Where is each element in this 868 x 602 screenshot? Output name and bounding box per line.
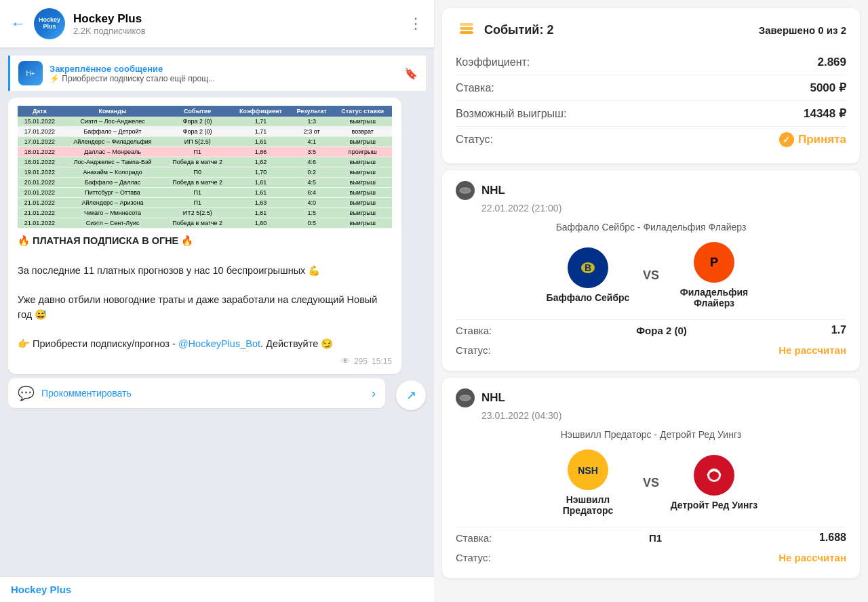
table-header-coeff: Коэффициент xyxy=(231,106,290,117)
table-row: 19.01.2022 Анахайм – Колорадо П0 1,70 0:… xyxy=(18,167,392,178)
match2-header: NHL xyxy=(456,388,846,407)
redwings-logo xyxy=(694,455,734,496)
table-row: 21.01.2022 Айлендерс – Аризона П1 1,63 4… xyxy=(18,198,392,208)
status-label: Статус: xyxy=(456,134,493,146)
puck-icon-1 xyxy=(456,181,475,200)
views-icon: 👁 xyxy=(341,356,350,366)
cell-result: 0:2 xyxy=(290,167,334,178)
menu-button[interactable]: ⋮ xyxy=(408,15,423,33)
match2-status-row: Статус: Не рассчитан xyxy=(456,548,846,567)
bottom-bar: Hockey Plus xyxy=(0,576,434,602)
cell-event: Победа в матче 2 xyxy=(163,218,231,228)
bet-details-panel: Событий: 2 Завершено 0 из 2 Коэффициент:… xyxy=(434,0,868,602)
pinned-subtitle: ⚡ Приобрести подписку стало ещё прощ... xyxy=(50,74,397,83)
cell-date: 21.01.2022 xyxy=(18,208,62,218)
message-para1: За последние 11 платных прогнозов у нас … xyxy=(18,264,392,279)
match1-teams-row: B Баффало Сейбрс VS P Филадельфия Флайер… xyxy=(456,242,846,308)
bot-link[interactable]: @HockeyPlus_Bot xyxy=(178,338,260,349)
match2-team2-name: Детройт Ред Уингз xyxy=(671,500,758,510)
cell-date: 21.01.2022 xyxy=(18,198,62,208)
channel-name: Hockey Plus xyxy=(73,12,400,26)
cell-status: проигрыш xyxy=(334,147,393,157)
cell-coeff: 1,60 xyxy=(231,218,290,228)
cell-teams: Даллас – Монреаль xyxy=(62,147,164,157)
table-header-event: Событие xyxy=(163,106,231,117)
cell-event: П0 xyxy=(163,167,231,178)
cell-date: 15.01.2022 xyxy=(18,117,62,127)
cell-event: ИП 5(2.5) xyxy=(163,137,231,147)
cell-status: выигрыш xyxy=(334,157,393,167)
table-row: 18.01.2022 Лос-Анджелес – Тампа-Бэй Побе… xyxy=(18,157,392,167)
cell-date: 18.01.2022 xyxy=(18,147,62,157)
svg-text:P: P xyxy=(710,256,718,269)
summary-row-stake: Ставка: 5000 ₽ xyxy=(456,75,846,101)
stake-label: Ставка: xyxy=(456,82,494,94)
cell-event: Фора 2 (0) xyxy=(163,117,231,127)
match1-team1-name: Баффало Сейбрс xyxy=(547,292,630,303)
cell-result: 0:5 xyxy=(290,218,334,228)
buffalo-logo: B xyxy=(568,247,608,288)
cell-teams: Баффало – Даллас xyxy=(62,178,164,188)
cell-event: ИТ2 5(2.5) xyxy=(163,208,231,218)
check-circle-icon: ✓ xyxy=(779,132,794,147)
forward-button[interactable]: ↗ xyxy=(396,380,426,410)
telegram-chat-panel: ← HockeyPlus Hockey Plus 2.2K подписчико… xyxy=(0,0,434,602)
chat-header: ← HockeyPlus Hockey Plus 2.2K подписчико… xyxy=(0,0,434,47)
cell-teams: Чикаго – Миннесота xyxy=(62,208,164,218)
cell-coeff: 1,70 xyxy=(231,167,290,178)
match1-bet-row: Ставка: Фора 2 (0) 1.7 xyxy=(456,319,846,340)
match1-card: NHL 22.01.2022 (21:00) Баффало Сейбрс - … xyxy=(442,170,860,371)
pinned-text: Закреплённое сообщение ⚡ Приобрести подп… xyxy=(50,64,397,83)
comment-bar[interactable]: 💬 Прокомментировать › xyxy=(8,378,385,408)
match1-bet-type: Фора 2 (0) xyxy=(636,325,686,336)
match2-bet-type: П1 xyxy=(649,532,662,544)
pinned-channel-icon: H+ xyxy=(18,61,43,85)
events-count: Событий: 2 xyxy=(484,23,553,37)
summary-row-status: Статус: ✓ Принята xyxy=(456,127,846,153)
cell-coeff: 1,63 xyxy=(231,198,290,208)
winnings-label: Возможный выигрыш: xyxy=(456,108,566,120)
table-row: 20.01.2022 Питтсбург – Оттава П1 1,61 6:… xyxy=(18,188,392,198)
match1-bet-coeff: 1.7 xyxy=(831,324,846,336)
match2-title: Нэшвилл Предаторс - Детройт Ред Уингз xyxy=(456,429,846,440)
match1-status-row: Статус: Не рассчитан xyxy=(456,340,846,360)
views-count: 295 xyxy=(354,357,368,366)
pinned-message[interactable]: H+ Закреплённое сообщение ⚡ Приобрести п… xyxy=(8,56,426,91)
cell-coeff: 1,61 xyxy=(231,208,290,218)
cell-status: возврат xyxy=(334,127,393,137)
comment-arrow-icon: › xyxy=(372,386,376,401)
match1-team1-block: B Баффало Сейбрс xyxy=(544,247,632,303)
message-time: 15:15 xyxy=(372,357,392,366)
match1-header: NHL xyxy=(456,181,846,200)
table-row: 21.01.2022 Чикаго – Миннесота ИТ2 5(2.5)… xyxy=(18,208,392,218)
winnings-value: 14348 ₽ xyxy=(804,106,846,121)
match1-bet-label: Ставка: xyxy=(456,325,492,336)
match2-team1-name: Нэшвилл Предаторс xyxy=(544,494,632,516)
stake-value: 5000 ₽ xyxy=(810,81,846,95)
svg-rect-0 xyxy=(460,31,473,34)
cell-coeff: 1,71 xyxy=(231,117,290,127)
cell-teams: Сиэтл – Сент-Луис xyxy=(62,218,164,228)
table-header-date: Дата xyxy=(18,106,62,117)
cell-coeff: 1,62 xyxy=(231,157,290,167)
svg-text:B: B xyxy=(585,262,591,273)
layers-icon xyxy=(456,19,477,41)
svg-rect-1 xyxy=(460,27,473,30)
cell-teams: Питтсбург – Оттава xyxy=(62,188,164,198)
comment-forward-row: 💬 Прокомментировать › ↗ xyxy=(8,378,426,412)
match2-teams-row: NSH Нэшвилл Предаторс VS Детройт Ред Уин… xyxy=(456,449,846,516)
message-text: 🔥 ПЛАТНАЯ ПОДПИСКА В ОГНЕ 🔥 За последние… xyxy=(18,234,392,352)
stats-table: Дата Команды Событие Коэффициент Результ… xyxy=(18,106,392,228)
message-para3: 👉 Приобрести подписку/прогноз - @HockeyP… xyxy=(18,337,392,352)
svg-rect-2 xyxy=(460,23,473,26)
match1-status-label: Статус: xyxy=(456,344,491,356)
back-button[interactable]: ← xyxy=(11,15,26,33)
chat-body: H+ Закреплённое сообщение ⚡ Приобрести п… xyxy=(0,47,434,576)
cell-coeff: 1,71 xyxy=(231,127,290,137)
cell-event: П1 xyxy=(163,188,231,198)
cell-coeff: 1,61 xyxy=(231,178,290,188)
cell-date: 17.01.2022 xyxy=(18,137,62,147)
match2-status-label: Статус: xyxy=(456,552,491,563)
cell-status: выигрыш xyxy=(334,117,393,127)
bottom-channel-name: Hockey Plus xyxy=(11,584,71,595)
